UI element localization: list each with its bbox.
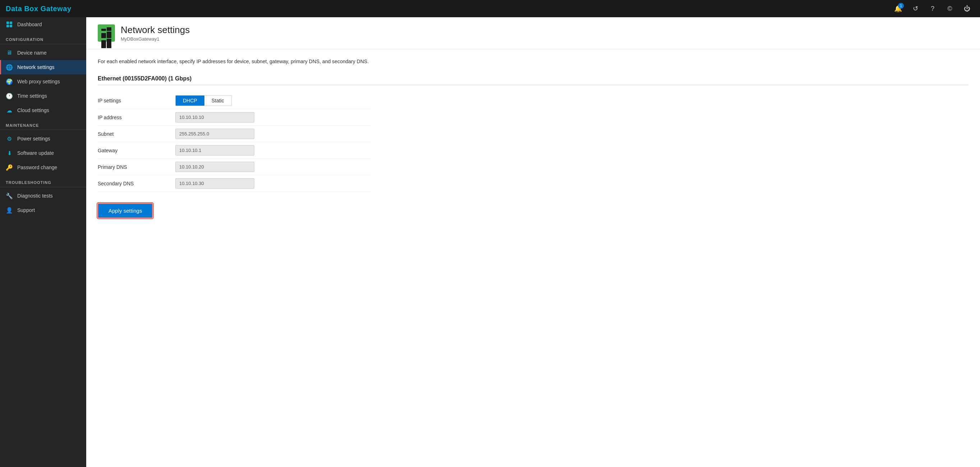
apply-settings-button[interactable]: Apply settings bbox=[98, 203, 153, 218]
ip-address-label: IP address bbox=[98, 109, 170, 126]
sidebar-device-name-label: Device name bbox=[17, 50, 47, 56]
secondary-dns-label: Secondary DNS bbox=[98, 175, 170, 192]
sidebar-support-label: Support bbox=[17, 207, 35, 213]
info-button[interactable]: © bbox=[943, 2, 957, 16]
ip-settings-label: IP settings bbox=[98, 92, 170, 109]
sidebar-item-diagnostic-tests[interactable]: 🔧 Diagnostic tests bbox=[0, 189, 86, 203]
notifications-button[interactable]: 🔔 1 bbox=[891, 2, 905, 16]
sidebar-item-software-update[interactable]: ⬇ Software update bbox=[0, 146, 86, 160]
sidebar-item-device-name[interactable]: 🖥 Device name bbox=[0, 46, 86, 60]
secondary-dns-value bbox=[170, 175, 371, 192]
static-button[interactable]: Static bbox=[204, 95, 231, 106]
clock-icon: 🕐 bbox=[6, 92, 13, 100]
maintenance-divider bbox=[0, 130, 86, 130]
sidebar-item-dashboard[interactable]: Dashboard bbox=[0, 17, 86, 32]
sidebar-cloud-label: Cloud settings bbox=[17, 107, 49, 113]
subnet-label: Subnet bbox=[98, 126, 170, 142]
sidebar-item-web-proxy[interactable]: 🌍 Web proxy settings bbox=[0, 75, 86, 89]
wrench-icon: 🔧 bbox=[6, 192, 13, 199]
sidebar-dashboard-label: Dashboard bbox=[17, 22, 42, 27]
refresh-button[interactable]: ↺ bbox=[908, 2, 923, 16]
secondary-dns-input[interactable] bbox=[175, 178, 255, 189]
key-icon: 🔑 bbox=[6, 164, 13, 171]
person-icon: 👤 bbox=[6, 206, 13, 214]
description-text: For each enabled network interface, spec… bbox=[98, 58, 969, 65]
configuration-section-label: CONFIGURATION bbox=[0, 32, 86, 44]
notification-badge: 1 bbox=[898, 3, 904, 9]
maintenance-section-label: MAINTENANCE bbox=[0, 118, 86, 130]
sidebar-item-power-settings[interactable]: ⚙ Power settings bbox=[0, 132, 86, 146]
sidebar-network-label: Network settings bbox=[17, 64, 54, 70]
help-button[interactable]: ? bbox=[925, 2, 940, 16]
sidebar-item-network-settings[interactable]: 🌐 Network settings bbox=[0, 60, 86, 75]
gateway-value bbox=[170, 142, 371, 159]
power-button[interactable]: ⏻ bbox=[960, 2, 974, 16]
download-icon: ⬇ bbox=[6, 149, 13, 157]
subnet-value bbox=[170, 126, 371, 142]
page-title: Network settings bbox=[121, 24, 190, 36]
subnet-input[interactable] bbox=[175, 129, 255, 139]
troubleshooting-section-label: TROUBLESHOOTING bbox=[0, 175, 86, 187]
primary-dns-input[interactable] bbox=[175, 162, 255, 172]
main-layout: Dashboard CONFIGURATION 🖥 Device name 🌐 … bbox=[0, 17, 980, 467]
page-icon-bars bbox=[101, 27, 111, 39]
sidebar-software-label: Software update bbox=[17, 150, 54, 156]
ip-address-value bbox=[170, 109, 371, 126]
page-header-texts: Network settings MyDBoxGateway1 bbox=[121, 24, 190, 42]
primary-dns-value bbox=[170, 159, 371, 175]
content-area: Network settings MyDBoxGateway1 For each… bbox=[86, 17, 980, 467]
sidebar-item-password-change[interactable]: 🔑 Password change bbox=[0, 160, 86, 175]
dhcp-button[interactable]: DHCP bbox=[176, 95, 204, 106]
gateway-input[interactable] bbox=[175, 145, 255, 156]
topbar-actions: 🔔 1 ↺ ? © ⏻ bbox=[891, 2, 974, 16]
ip-mode-toggle[interactable]: DHCP Static bbox=[175, 95, 232, 106]
sidebar-item-time-settings[interactable]: 🕐 Time settings bbox=[0, 89, 86, 103]
page-subtitle: MyDBoxGateway1 bbox=[121, 36, 190, 42]
sidebar-item-cloud-settings[interactable]: ☁ Cloud settings bbox=[0, 103, 86, 118]
section-header: Ethernet (00155D2FA000) (1 Gbps) bbox=[98, 75, 969, 85]
network-icon: 🌐 bbox=[6, 64, 13, 71]
gear-icon: ⚙ bbox=[6, 135, 13, 142]
app-title: Data Box Gateway bbox=[6, 5, 72, 13]
globe-icon: 🌍 bbox=[6, 78, 13, 85]
gateway-label: Gateway bbox=[98, 142, 170, 159]
primary-dns-label: Primary DNS bbox=[98, 159, 170, 175]
page-header: Network settings MyDBoxGateway1 bbox=[86, 17, 980, 49]
sidebar-diagnostic-label: Diagnostic tests bbox=[17, 193, 53, 199]
sidebar-power-label: Power settings bbox=[17, 136, 50, 141]
cloud-icon: ☁ bbox=[6, 107, 13, 114]
ip-address-input[interactable] bbox=[175, 112, 255, 122]
config-divider bbox=[0, 44, 86, 44]
sidebar-web-proxy-label: Web proxy settings bbox=[17, 79, 60, 84]
topbar: Data Box Gateway 🔔 1 ↺ ? © ⏻ bbox=[0, 0, 980, 17]
network-form: IP settings DHCP Static IP address Subne… bbox=[98, 92, 371, 192]
grid-icon bbox=[6, 21, 13, 28]
sidebar-item-support[interactable]: 👤 Support bbox=[0, 203, 86, 217]
page-icon bbox=[98, 24, 115, 42]
ip-settings-value: DHCP Static bbox=[170, 92, 371, 109]
sidebar-password-label: Password change bbox=[17, 165, 57, 170]
monitor-icon: 🖥 bbox=[6, 49, 13, 56]
sidebar: Dashboard CONFIGURATION 🖥 Device name 🌐 … bbox=[0, 17, 86, 467]
troubleshooting-divider bbox=[0, 187, 86, 187]
sidebar-time-label: Time settings bbox=[17, 93, 47, 99]
content-body: For each enabled network interface, spec… bbox=[86, 49, 980, 227]
